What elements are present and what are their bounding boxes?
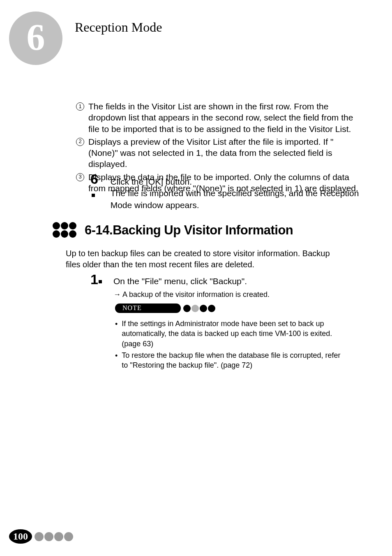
note-bullets: • If the settings in Administrator mode … bbox=[115, 319, 345, 370]
bullet-icon: • bbox=[115, 351, 118, 361]
step-number-text: 6 bbox=[90, 171, 97, 187]
note-label: NOTE bbox=[115, 303, 181, 313]
section-paragraph: Up to ten backup files can be created to… bbox=[66, 248, 345, 270]
note-bullet-text: If the settings in Administrator mode ha… bbox=[122, 319, 345, 349]
enumerated-text: Displays a preview of the Visitor List a… bbox=[88, 136, 360, 170]
chapter-badge: 6 bbox=[9, 12, 62, 65]
step-1: 1 On the "File" menu, click "Backup". →A… bbox=[90, 272, 362, 300]
circled-number-icon: 3 bbox=[76, 173, 84, 181]
bullet-icon: • bbox=[115, 319, 118, 329]
page-number: 100 bbox=[13, 531, 28, 542]
step-6: 6 Click the [OK] button. The file is imp… bbox=[90, 172, 362, 211]
step-body: Click the [OK] button. The file is impor… bbox=[111, 172, 362, 211]
chapter-title: Reception Mode bbox=[75, 20, 162, 35]
note-dots-icon bbox=[183, 305, 215, 312]
note-bullet-item: • If the settings in Administrator mode … bbox=[115, 319, 345, 349]
arrow-icon: → bbox=[113, 290, 121, 299]
enumerated-text: The fields in the Visitor List are shown… bbox=[88, 101, 360, 134]
note-bullet-item: • To restore the backup file when the da… bbox=[115, 350, 345, 371]
step-line: Click the [OK] button. bbox=[111, 176, 362, 188]
page-number-badge: 100 bbox=[9, 529, 32, 544]
step-number-text: 1 bbox=[90, 271, 97, 287]
step-number: 1 bbox=[90, 272, 102, 286]
footer: 100 bbox=[9, 529, 73, 544]
dots-grid-icon bbox=[53, 222, 77, 239]
chapter-number: 6 bbox=[27, 19, 45, 56]
step-dot-icon bbox=[99, 280, 102, 283]
note-block: NOTE • If the settings in Administrator … bbox=[115, 303, 345, 372]
result-text: A backup of the visitor information is c… bbox=[122, 290, 270, 299]
circled-number-icon: 2 bbox=[76, 138, 84, 146]
enumerated-item-2: 2 Displays a preview of the Visitor List… bbox=[76, 136, 360, 170]
step-dot-icon bbox=[92, 194, 95, 197]
footer-dots-icon bbox=[35, 532, 73, 541]
step-number: 6 bbox=[90, 172, 99, 200]
section-heading: 6-14.Backing Up Visitor Information bbox=[53, 222, 293, 239]
circled-number-icon: 1 bbox=[76, 102, 84, 111]
enumerated-item-1: 1 The fields in the Visitor List are sho… bbox=[76, 101, 360, 134]
result-line: →A backup of the visitor information is … bbox=[113, 290, 270, 299]
step-line: On the "File" menu, click "Backup". bbox=[113, 276, 270, 287]
note-bullet-text: To restore the backup file when the data… bbox=[122, 350, 345, 371]
section-heading-text: 6-14.Backing Up Visitor Information bbox=[85, 223, 293, 238]
step-line: The file is imported with the specified … bbox=[111, 188, 362, 211]
note-header: NOTE bbox=[115, 303, 345, 313]
step-body: On the "File" menu, click "Backup". →A b… bbox=[113, 272, 270, 300]
